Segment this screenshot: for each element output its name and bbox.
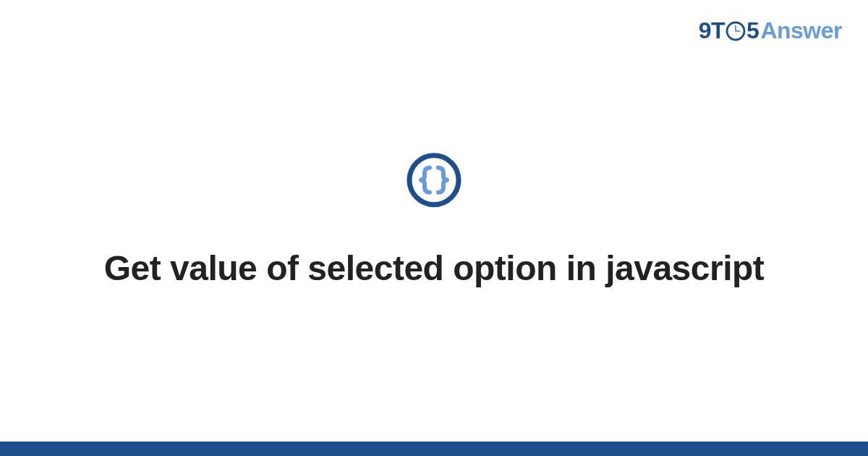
- brand-text-9t: 9T: [699, 17, 725, 44]
- brand-logo: 9T 5 Answer: [699, 17, 842, 44]
- page-title: Get value of selected option in javascri…: [104, 246, 765, 290]
- brand-header: 9T 5 Answer: [699, 17, 842, 44]
- svg-point-3: [409, 156, 459, 205]
- brand-text-5: 5: [746, 17, 759, 44]
- brand-text-answer: Answer: [760, 17, 842, 44]
- clock-icon: [726, 21, 746, 41]
- footer-bar: [0, 442, 868, 456]
- braces-icon: [406, 152, 462, 208]
- main-content: Get value of selected option in javascri…: [72, 152, 796, 290]
